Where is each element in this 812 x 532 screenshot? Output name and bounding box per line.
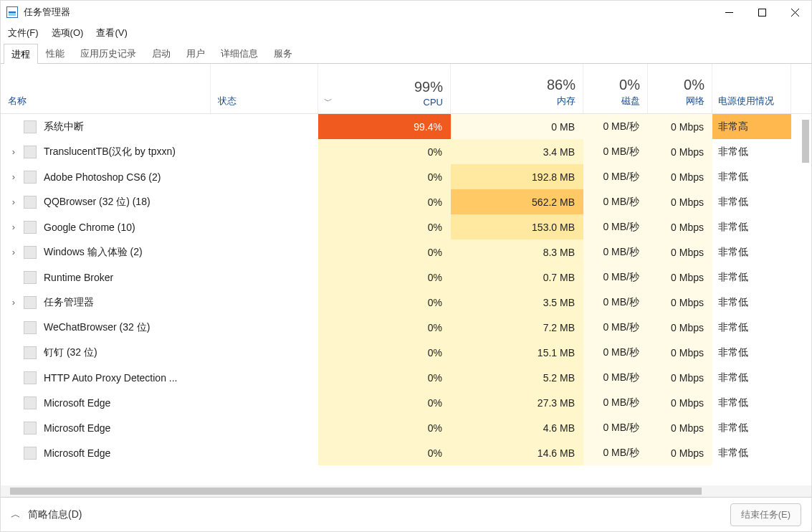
process-icon <box>24 146 37 158</box>
col-status[interactable]: 状态 <box>211 64 318 113</box>
cell-memory: 14.6 MB <box>451 440 583 465</box>
cell-cpu: 0% <box>318 265 451 290</box>
col-network[interactable]: 0% 网络 <box>648 64 712 113</box>
process-name: Windows 输入体验 (2) <box>44 246 143 259</box>
cell-name: ›QQBrowser (32 位) (18) <box>1 189 211 214</box>
col-cpu[interactable]: ﹀ 99% CPU <box>318 64 451 113</box>
titlebar[interactable]: 任务管理器 <box>1 1 811 24</box>
col-power[interactable]: 电源使用情况 <box>712 64 791 113</box>
expand-icon[interactable]: › <box>8 297 19 308</box>
tab-processes[interactable]: 进程 <box>4 44 38 64</box>
cell-disk: 0 MB/秒 <box>583 415 648 440</box>
horizontal-scroll-thumb[interactable] <box>10 488 702 495</box>
cell-power: 非常低 <box>712 315 791 340</box>
col-net-label: 网络 <box>686 95 704 108</box>
expand-icon[interactable]: › <box>8 247 19 257</box>
cell-power: 非常低 <box>712 189 791 214</box>
app-icon <box>6 6 18 18</box>
process-name: Runtime Broker <box>44 272 113 283</box>
cell-cpu: 0% <box>318 315 451 340</box>
expand-icon[interactable]: › <box>8 171 19 182</box>
table-row[interactable]: Microsoft Edge0%4.6 MB0 MB/秒0 Mbps非常低 <box>1 415 811 440</box>
process-icon <box>24 346 37 359</box>
table-row[interactable]: HTTP Auto Proxy Detection ...0%5.2 MB0 M… <box>1 365 811 390</box>
cell-name: 系统中断 <box>1 114 211 139</box>
table-row[interactable]: 钉钉 (32 位)0%15.1 MB0 MB/秒0 Mbps非常低 <box>1 340 811 365</box>
cell-name: Runtime Broker <box>1 265 211 290</box>
cell-cpu: 0% <box>318 415 451 440</box>
menu-file[interactable]: 文件(F) <box>8 27 39 39</box>
cell-name: Microsoft Edge <box>1 390 211 415</box>
cell-memory: 0.7 MB <box>451 265 583 290</box>
col-disk[interactable]: 0% 磁盘 <box>583 64 648 113</box>
table-row[interactable]: ›TranslucentTB(汉化 by tpxxn)0%3.4 MB0 MB/… <box>1 139 811 164</box>
cell-memory: 562.2 MB <box>451 189 583 214</box>
cell-status <box>211 440 318 465</box>
table-row[interactable]: Runtime Broker0%0.7 MB0 MB/秒0 Mbps非常低 <box>1 265 811 290</box>
window-title: 任务管理器 <box>24 6 712 19</box>
menu-options[interactable]: 选项(O) <box>52 27 84 39</box>
fewer-details-button[interactable]: ︿ 简略信息(D) <box>11 508 82 521</box>
cell-cpu: 0% <box>318 340 451 365</box>
expand-icon[interactable]: › <box>8 146 19 157</box>
process-name: Adobe Photoshop CS6 (2) <box>44 171 161 183</box>
end-task-button[interactable]: 结束任务(E) <box>730 503 801 526</box>
process-icon <box>24 120 37 133</box>
process-icon <box>24 396 37 409</box>
table-row[interactable]: Microsoft Edge0%27.3 MB0 MB/秒0 Mbps非常低 <box>1 390 811 415</box>
cell-memory: 5.2 MB <box>451 365 583 390</box>
cell-power: 非常低 <box>712 365 791 390</box>
cell-memory: 8.3 MB <box>451 239 583 265</box>
expand-icon[interactable]: › <box>8 196 19 207</box>
tab-startup[interactable]: 启动 <box>144 43 178 63</box>
cell-power: 非常低 <box>712 415 791 440</box>
cell-cpu: 0% <box>318 214 451 239</box>
col-net-value: 0% <box>684 77 704 93</box>
horizontal-scrollbar[interactable] <box>1 485 811 497</box>
cell-disk: 0 MB/秒 <box>583 265 648 290</box>
col-memory[interactable]: 86% 内存 <box>451 64 583 113</box>
col-disk-value: 0% <box>619 77 640 93</box>
tab-users[interactable]: 用户 <box>178 43 213 63</box>
table-row[interactable]: ›Adobe Photoshop CS6 (2)0%192.8 MB0 MB/秒… <box>1 164 811 189</box>
minimize-button[interactable] <box>712 1 745 24</box>
expand-icon[interactable]: › <box>8 222 19 232</box>
table-row[interactable]: 系统中断99.4%0 MB0 MB/秒0 Mbps非常高 <box>1 114 811 139</box>
menu-view[interactable]: 查看(V) <box>96 27 127 39</box>
cell-network: 0 Mbps <box>648 214 712 239</box>
table-row[interactable]: WeChatBrowser (32 位)0%7.2 MB0 MB/秒0 Mbps… <box>1 315 811 340</box>
col-mem-value: 86% <box>547 77 575 93</box>
process-icon <box>24 271 37 284</box>
table-row[interactable]: ›Windows 输入体验 (2)0%8.3 MB0 MB/秒0 Mbps非常低 <box>1 239 811 265</box>
cell-disk: 0 MB/秒 <box>583 290 648 315</box>
tab-details[interactable]: 详细信息 <box>213 43 266 63</box>
col-name[interactable]: 名称 <box>1 64 211 113</box>
cell-disk: 0 MB/秒 <box>583 340 648 365</box>
table-row[interactable]: ›Google Chrome (10)0%153.0 MB0 MB/秒0 Mbp… <box>1 214 811 239</box>
cell-cpu: 0% <box>318 390 451 415</box>
cell-status <box>211 415 318 440</box>
process-icon <box>24 321 37 334</box>
vertical-scrollbar[interactable] <box>802 120 809 163</box>
table-row[interactable]: ›QQBrowser (32 位) (18)0%562.2 MB0 MB/秒0 … <box>1 189 811 214</box>
table-body[interactable]: 系统中断99.4%0 MB0 MB/秒0 Mbps非常高›Translucent… <box>1 114 811 485</box>
table-row[interactable]: ›任务管理器0%3.5 MB0 MB/秒0 Mbps非常低 <box>1 290 811 315</box>
cell-network: 0 Mbps <box>648 189 712 214</box>
cell-cpu: 0% <box>318 239 451 265</box>
maximize-button[interactable] <box>745 1 778 24</box>
tabs: 进程 性能 应用历史记录 启动 用户 详细信息 服务 <box>1 42 811 64</box>
cell-name: ›TranslucentTB(汉化 by tpxxn) <box>1 139 211 164</box>
tab-app-history[interactable]: 应用历史记录 <box>72 43 144 63</box>
cell-status <box>211 390 318 415</box>
window-controls <box>712 1 811 24</box>
table-row[interactable]: Microsoft Edge0%14.6 MB0 MB/秒0 Mbps非常低 <box>1 440 811 465</box>
cell-memory: 3.5 MB <box>451 290 583 315</box>
col-power-label: 电源使用情况 <box>718 95 774 108</box>
cell-memory: 7.2 MB <box>451 315 583 340</box>
close-button[interactable] <box>778 1 811 24</box>
tab-services[interactable]: 服务 <box>266 43 300 63</box>
tab-performance[interactable]: 性能 <box>38 43 72 63</box>
cell-cpu: 0% <box>318 290 451 315</box>
process-name: WeChatBrowser (32 位) <box>44 321 150 334</box>
cell-network: 0 Mbps <box>648 315 712 340</box>
